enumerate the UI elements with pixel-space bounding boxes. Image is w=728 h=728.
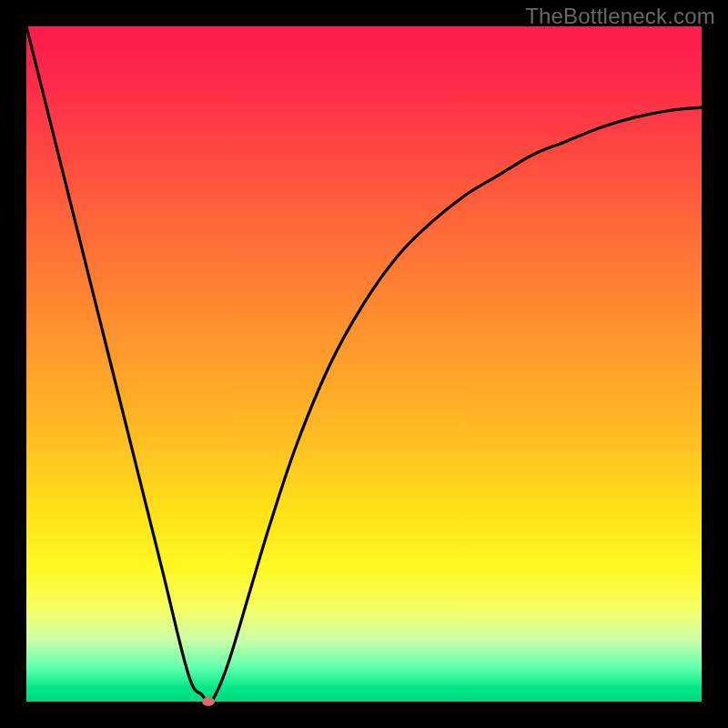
watermark-label: TheBottleneck.com	[525, 4, 715, 29]
bottleneck-curve	[26, 26, 702, 702]
optimum-marker	[202, 697, 215, 706]
plot-area	[26, 26, 702, 702]
